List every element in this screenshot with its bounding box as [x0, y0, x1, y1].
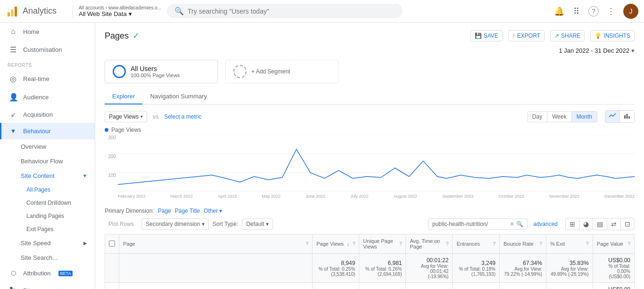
- sidebar-subitem-behaviour-flow[interactable]: Behaviour Flow: [0, 154, 95, 169]
- tab-explorer[interactable]: Explorer: [105, 89, 142, 104]
- legend-label: Page Views: [111, 127, 141, 133]
- row1-unique-views: 3,155 (45.19%): [359, 283, 406, 289]
- bounce-rate-info-icon[interactable]: ?: [539, 241, 542, 247]
- th-page-views[interactable]: Page Views ↓ ?: [313, 234, 359, 254]
- unique-views-info-icon[interactable]: ?: [399, 241, 402, 247]
- attribution-icon: ⬡: [9, 270, 17, 277]
- realtime-icon: ◎: [9, 74, 17, 83]
- reports-section-label: REPORTS: [0, 59, 95, 70]
- th-avg-time[interactable]: Avg. Time on Page ?: [406, 234, 453, 254]
- sidebar-subsubitem-landing-pages[interactable]: Landing Pages: [0, 209, 95, 223]
- dim-option-other[interactable]: Other ▾: [204, 208, 222, 214]
- filter-input[interactable]: [432, 221, 508, 227]
- row1-checkbox[interactable]: [105, 283, 119, 289]
- share-button[interactable]: ↗ SHARE: [550, 30, 585, 41]
- secondary-dimension-selector[interactable]: Secondary dimension ▾: [141, 218, 209, 230]
- insights-button[interactable]: 💡 INSIGHTS: [590, 30, 635, 41]
- bar-chart-button[interactable]: [620, 111, 634, 122]
- search-bar[interactable]: 🔍: [167, 4, 403, 18]
- data-table: Page ? Page Views ↓ ? Unique Page: [105, 234, 635, 289]
- sidebar-item-realtime[interactable]: ◎ Real-time: [0, 70, 95, 88]
- sidebar-subsubitem-exit-pages[interactable]: Exit Pages: [0, 223, 95, 236]
- discover-icon: 🔭: [9, 286, 17, 289]
- filter-clear-icon[interactable]: ✕: [510, 221, 514, 227]
- sidebar-item-acquisition-label: Acquisition: [23, 111, 53, 118]
- sidebar-subitem-overview[interactable]: Overview: [0, 139, 95, 154]
- sidebar-item-acquisition[interactable]: ↙ Acquisition: [0, 106, 95, 123]
- period-buttons: Day Week Month: [527, 111, 597, 122]
- performance-view-button[interactable]: ▤: [593, 218, 607, 230]
- chart-controls: Page Views ▾ vs Select a metric Day Week…: [105, 110, 635, 123]
- apps-icon[interactable]: ⠿: [571, 7, 581, 16]
- export-button[interactable]: ↑ EXPORT: [508, 30, 545, 41]
- line-chart-button[interactable]: [605, 111, 620, 122]
- table-search-filter[interactable]: ✕ 🔍: [428, 218, 528, 230]
- page-info-icon[interactable]: ?: [306, 241, 309, 247]
- sidebar-item-discover[interactable]: 🔭 Discover: [0, 281, 95, 289]
- user-avatar[interactable]: J: [623, 4, 638, 19]
- sidebar-subsubitem-all-pages[interactable]: All Pages: [0, 183, 95, 196]
- sidebar-subsubitem-content-drilldown[interactable]: Content Drilldown: [0, 196, 95, 209]
- exit-pct-info-icon[interactable]: ?: [586, 241, 589, 247]
- date-range[interactable]: 1 Jan 2022 - 31 Dec 2022 ▾: [105, 47, 635, 54]
- select-all-checkbox[interactable]: [109, 241, 115, 247]
- export-icon: ↑: [512, 32, 515, 39]
- comparison-view-button[interactable]: ⇄: [607, 218, 621, 230]
- add-segment-label: + Add Segment: [251, 68, 290, 75]
- filter-search-icon[interactable]: 🔍: [516, 221, 523, 227]
- th-page[interactable]: Page ?: [119, 234, 313, 254]
- sidebar-subitem-site-speed[interactable]: Site Speed ▶: [0, 236, 95, 250]
- x-apr: April 2022: [218, 194, 237, 199]
- avg-time-info-icon[interactable]: ?: [446, 241, 449, 247]
- audience-icon: 👤: [9, 93, 17, 102]
- data-table-view-button[interactable]: ⊞: [566, 218, 579, 230]
- row1-entrances: 2,705 (83.26%): [453, 283, 500, 289]
- pie-chart-view-button[interactable]: ◕: [579, 218, 593, 230]
- sidebar-item-behaviour-label: Behaviour: [23, 128, 51, 135]
- svg-rect-3: [624, 115, 626, 119]
- legend-dot: [105, 128, 108, 132]
- dim-option-page-title[interactable]: Page Title: [175, 208, 200, 214]
- help-icon[interactable]: ?: [588, 6, 599, 16]
- segment-all-users[interactable]: All Users 100.00% Page Views: [105, 60, 218, 83]
- sidebar-subitem-site-content[interactable]: Site Content ▼: [0, 169, 95, 183]
- svg-rect-0: [8, 12, 10, 16]
- select-metric-link[interactable]: Select a metric: [164, 113, 201, 120]
- notifications-icon[interactable]: 🔔: [554, 7, 564, 16]
- sidebar-subitem-site-search[interactable]: Site Search...: [0, 250, 95, 265]
- add-segment-button[interactable]: + Add Segment: [225, 60, 339, 83]
- x-mar: March 2022: [171, 194, 193, 199]
- page-value-info-icon[interactable]: ?: [627, 241, 630, 247]
- th-bounce-rate[interactable]: Bounce Rate ?: [499, 234, 546, 254]
- th-exit-pct[interactable]: % Exit ?: [546, 234, 593, 254]
- tab-navigation-summary[interactable]: Navigation Summary: [142, 89, 215, 104]
- th-entrances[interactable]: Entrances ?: [453, 234, 500, 254]
- th-unique-page-views[interactable]: Unique Page Views ?: [359, 234, 406, 254]
- sidebar-item-behaviour[interactable]: ▼ Behaviour: [0, 123, 95, 139]
- period-month-button[interactable]: Month: [572, 112, 597, 122]
- page-views-info-icon[interactable]: ?: [353, 241, 355, 247]
- account-property[interactable]: All Web Site Data ▾: [79, 10, 161, 17]
- chart-type-buttons: [605, 110, 635, 123]
- dim-option-page[interactable]: Page: [158, 208, 171, 214]
- y-200: 200: [105, 154, 116, 159]
- sidebar-item-home[interactable]: ⌂ Home: [0, 23, 95, 40]
- svg-rect-5: [628, 116, 630, 119]
- sort-type-selector[interactable]: Default ▾: [242, 218, 272, 230]
- more-options-icon[interactable]: ⋮: [606, 7, 616, 16]
- content-area: Pages ✓ 💾 SAVE ↑ EXPORT ↗ SHARE 💡: [95, 23, 644, 289]
- advanced-filter-link[interactable]: advanced: [533, 221, 558, 227]
- entrances-info-icon[interactable]: ?: [493, 241, 495, 247]
- sidebar-item-customisation[interactable]: ☰ Customisation: [0, 40, 95, 59]
- period-week-button[interactable]: Week: [547, 112, 571, 122]
- period-day-button[interactable]: Day: [528, 112, 547, 122]
- totals-avg-time: 00:01:22 Avg for View: 00:01:42 (-19.96%…: [406, 254, 453, 283]
- search-input[interactable]: [188, 8, 395, 15]
- sidebar-item-audience[interactable]: 👤 Audience: [0, 88, 95, 106]
- sidebar-item-attribution[interactable]: ⬡ Attribution BETA: [0, 265, 95, 281]
- sidebar-item-realtime-label: Real-time: [23, 75, 50, 82]
- save-button[interactable]: 💾 SAVE: [471, 30, 503, 41]
- metric-selector[interactable]: Page Views ▾: [105, 111, 147, 122]
- th-page-value[interactable]: Page Value ?: [593, 234, 634, 254]
- pivot-view-button[interactable]: ⊡: [621, 218, 634, 230]
